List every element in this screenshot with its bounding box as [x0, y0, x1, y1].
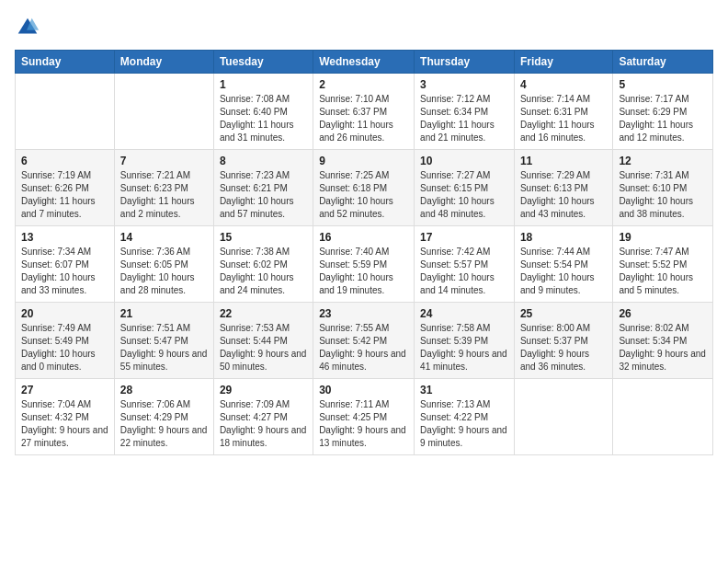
- calendar-header-row: SundayMondayTuesdayWednesdayThursdayFrid…: [16, 51, 713, 74]
- week-row-4: 20Sunrise: 7:49 AM Sunset: 5:49 PM Dayli…: [16, 303, 713, 379]
- day-header-sunday: Sunday: [16, 51, 115, 74]
- calendar-cell: 13Sunrise: 7:34 AM Sunset: 6:07 PM Dayli…: [16, 226, 115, 303]
- day-info: Sunrise: 7:06 AM Sunset: 4:29 PM Dayligh…: [120, 398, 208, 450]
- day-number: 8: [220, 155, 307, 167]
- day-number: 13: [21, 231, 108, 244]
- calendar-cell: 3Sunrise: 7:12 AM Sunset: 6:34 PM Daylig…: [415, 74, 515, 150]
- day-number: 6: [21, 155, 108, 167]
- day-number: 21: [120, 307, 208, 320]
- calendar-cell: [613, 379, 713, 455]
- calendar-cell: [514, 379, 612, 455]
- day-info: Sunrise: 7:12 AM Sunset: 6:34 PM Dayligh…: [420, 93, 508, 144]
- page: SundayMondayTuesdayWednesdayThursdayFrid…: [0, 0, 728, 465]
- day-number: 26: [619, 307, 707, 320]
- calendar-cell: 9Sunrise: 7:25 AM Sunset: 6:18 PM Daylig…: [313, 150, 415, 226]
- day-header-thursday: Thursday: [415, 51, 515, 74]
- calendar-cell: 18Sunrise: 7:44 AM Sunset: 5:54 PM Dayli…: [514, 226, 612, 303]
- day-number: 2: [319, 78, 408, 91]
- calendar: SundayMondayTuesdayWednesdayThursdayFrid…: [15, 50, 713, 455]
- day-number: 9: [319, 155, 408, 167]
- day-number: 25: [520, 307, 607, 320]
- day-header-saturday: Saturday: [613, 51, 713, 74]
- day-info: Sunrise: 7:55 AM Sunset: 5:42 PM Dayligh…: [319, 322, 408, 373]
- calendar-cell: 17Sunrise: 7:42 AM Sunset: 5:57 PM Dayli…: [415, 226, 515, 303]
- day-number: 10: [420, 155, 508, 167]
- day-info: Sunrise: 7:51 AM Sunset: 5:47 PM Dayligh…: [120, 322, 208, 373]
- day-number: 18: [520, 231, 607, 244]
- day-info: Sunrise: 7:19 AM Sunset: 6:26 PM Dayligh…: [21, 169, 108, 221]
- day-number: 19: [619, 231, 707, 244]
- day-header-monday: Monday: [114, 51, 213, 74]
- day-info: Sunrise: 7:08 AM Sunset: 6:40 PM Dayligh…: [220, 93, 307, 144]
- day-number: 17: [420, 231, 508, 244]
- day-info: Sunrise: 7:42 AM Sunset: 5:57 PM Dayligh…: [420, 246, 508, 297]
- calendar-cell: 7Sunrise: 7:21 AM Sunset: 6:23 PM Daylig…: [114, 150, 213, 226]
- day-number: 5: [619, 78, 707, 91]
- day-number: 30: [319, 384, 408, 396]
- day-info: Sunrise: 7:31 AM Sunset: 6:10 PM Dayligh…: [619, 169, 707, 221]
- day-info: Sunrise: 7:47 AM Sunset: 5:52 PM Dayligh…: [619, 246, 707, 297]
- day-number: 7: [120, 155, 208, 167]
- day-info: Sunrise: 7:40 AM Sunset: 5:59 PM Dayligh…: [319, 246, 408, 297]
- day-info: Sunrise: 8:02 AM Sunset: 5:34 PM Dayligh…: [619, 322, 707, 373]
- calendar-cell: 6Sunrise: 7:19 AM Sunset: 6:26 PM Daylig…: [16, 150, 115, 226]
- header: [15, 15, 713, 40]
- calendar-cell: 21Sunrise: 7:51 AM Sunset: 5:47 PM Dayli…: [114, 303, 213, 379]
- calendar-cell: 10Sunrise: 7:27 AM Sunset: 6:15 PM Dayli…: [415, 150, 515, 226]
- calendar-cell: 4Sunrise: 7:14 AM Sunset: 6:31 PM Daylig…: [514, 74, 612, 150]
- day-number: 23: [319, 307, 408, 320]
- calendar-cell: 30Sunrise: 7:11 AM Sunset: 4:25 PM Dayli…: [313, 379, 415, 455]
- calendar-cell: 16Sunrise: 7:40 AM Sunset: 5:59 PM Dayli…: [313, 226, 415, 303]
- day-info: Sunrise: 7:04 AM Sunset: 4:32 PM Dayligh…: [21, 398, 108, 450]
- week-row-2: 6Sunrise: 7:19 AM Sunset: 6:26 PM Daylig…: [16, 150, 713, 226]
- day-info: Sunrise: 7:38 AM Sunset: 6:02 PM Dayligh…: [220, 246, 307, 297]
- day-number: 24: [420, 307, 508, 320]
- day-number: 22: [220, 307, 307, 320]
- day-info: Sunrise: 7:27 AM Sunset: 6:15 PM Dayligh…: [420, 169, 508, 221]
- calendar-cell: 12Sunrise: 7:31 AM Sunset: 6:10 PM Dayli…: [613, 150, 713, 226]
- calendar-cell: 25Sunrise: 8:00 AM Sunset: 5:37 PM Dayli…: [514, 303, 612, 379]
- calendar-cell: [16, 74, 115, 150]
- day-number: 28: [120, 384, 208, 396]
- calendar-cell: 19Sunrise: 7:47 AM Sunset: 5:52 PM Dayli…: [613, 226, 713, 303]
- calendar-cell: 27Sunrise: 7:04 AM Sunset: 4:32 PM Dayli…: [16, 379, 115, 455]
- day-header-tuesday: Tuesday: [213, 51, 313, 74]
- day-number: 15: [220, 231, 307, 244]
- calendar-cell: 8Sunrise: 7:23 AM Sunset: 6:21 PM Daylig…: [213, 150, 313, 226]
- day-header-friday: Friday: [514, 51, 612, 74]
- day-number: 3: [420, 78, 508, 91]
- calendar-body: 1Sunrise: 7:08 AM Sunset: 6:40 PM Daylig…: [16, 74, 713, 455]
- logo-icon: [15, 15, 40, 40]
- day-info: Sunrise: 7:36 AM Sunset: 6:05 PM Dayligh…: [120, 246, 208, 297]
- day-number: 1: [220, 78, 307, 91]
- week-row-5: 27Sunrise: 7:04 AM Sunset: 4:32 PM Dayli…: [16, 379, 713, 455]
- calendar-cell: 29Sunrise: 7:09 AM Sunset: 4:27 PM Dayli…: [213, 379, 313, 455]
- day-info: Sunrise: 7:21 AM Sunset: 6:23 PM Dayligh…: [120, 169, 208, 221]
- day-info: Sunrise: 7:23 AM Sunset: 6:21 PM Dayligh…: [220, 169, 307, 221]
- day-info: Sunrise: 7:58 AM Sunset: 5:39 PM Dayligh…: [420, 322, 508, 373]
- week-row-1: 1Sunrise: 7:08 AM Sunset: 6:40 PM Daylig…: [16, 74, 713, 150]
- calendar-cell: 23Sunrise: 7:55 AM Sunset: 5:42 PM Dayli…: [313, 303, 415, 379]
- day-info: Sunrise: 7:49 AM Sunset: 5:49 PM Dayligh…: [21, 322, 108, 373]
- day-info: Sunrise: 7:11 AM Sunset: 4:25 PM Dayligh…: [319, 398, 408, 450]
- calendar-cell: 24Sunrise: 7:58 AM Sunset: 5:39 PM Dayli…: [415, 303, 515, 379]
- day-info: Sunrise: 7:13 AM Sunset: 4:22 PM Dayligh…: [420, 398, 508, 450]
- day-number: 31: [420, 384, 508, 396]
- calendar-cell: [114, 74, 213, 150]
- day-number: 4: [520, 78, 607, 91]
- calendar-cell: 28Sunrise: 7:06 AM Sunset: 4:29 PM Dayli…: [114, 379, 213, 455]
- calendar-cell: 5Sunrise: 7:17 AM Sunset: 6:29 PM Daylig…: [613, 74, 713, 150]
- day-number: 16: [319, 231, 408, 244]
- day-info: Sunrise: 7:34 AM Sunset: 6:07 PM Dayligh…: [21, 246, 108, 297]
- calendar-cell: 20Sunrise: 7:49 AM Sunset: 5:49 PM Dayli…: [16, 303, 115, 379]
- logo: [15, 15, 44, 40]
- day-info: Sunrise: 7:29 AM Sunset: 6:13 PM Dayligh…: [520, 169, 607, 221]
- day-number: 14: [120, 231, 208, 244]
- calendar-cell: 2Sunrise: 7:10 AM Sunset: 6:37 PM Daylig…: [313, 74, 415, 150]
- day-number: 11: [520, 155, 607, 167]
- day-info: Sunrise: 7:14 AM Sunset: 6:31 PM Dayligh…: [520, 93, 607, 144]
- day-info: Sunrise: 8:00 AM Sunset: 5:37 PM Dayligh…: [520, 322, 607, 373]
- calendar-cell: 26Sunrise: 8:02 AM Sunset: 5:34 PM Dayli…: [613, 303, 713, 379]
- calendar-cell: 31Sunrise: 7:13 AM Sunset: 4:22 PM Dayli…: [415, 379, 515, 455]
- calendar-cell: 15Sunrise: 7:38 AM Sunset: 6:02 PM Dayli…: [213, 226, 313, 303]
